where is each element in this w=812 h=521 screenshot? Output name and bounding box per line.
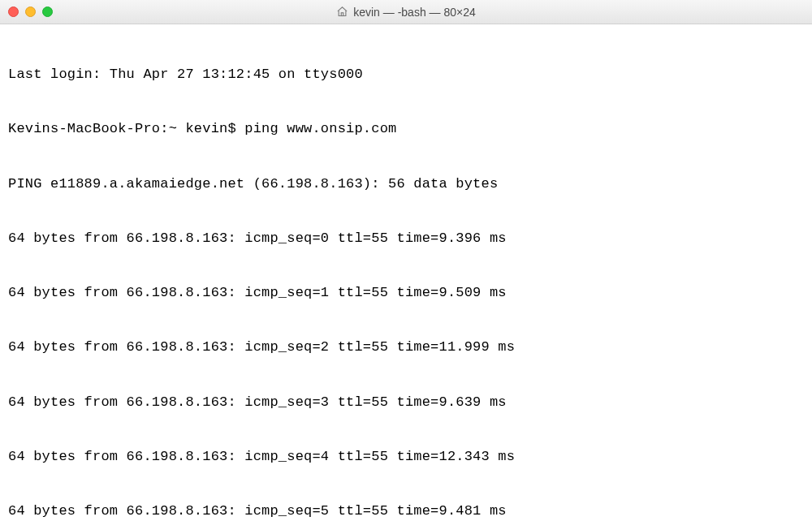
terminal-line: 64 bytes from 66.198.8.163: icmp_seq=4 t… <box>8 448 804 466</box>
window-title: kevin — -bash — 80×24 <box>0 6 812 19</box>
terminal-output[interactable]: Last login: Thu Apr 27 13:12:45 on ttys0… <box>0 24 812 521</box>
traffic-lights <box>8 6 53 17</box>
svg-rect-0 <box>341 13 343 16</box>
terminal-line: Last login: Thu Apr 27 13:12:45 on ttys0… <box>8 66 804 84</box>
window-title-text: kevin — -bash — 80×24 <box>353 6 476 19</box>
terminal-line: 64 bytes from 66.198.8.163: icmp_seq=3 t… <box>8 394 804 411</box>
terminal-line: 64 bytes from 66.198.8.163: icmp_seq=2 t… <box>8 338 804 356</box>
close-button[interactable] <box>8 6 19 17</box>
maximize-button[interactable] <box>42 6 53 17</box>
window-titlebar: kevin — -bash — 80×24 <box>0 0 812 24</box>
terminal-line: 64 bytes from 66.198.8.163: icmp_seq=5 t… <box>8 502 804 520</box>
minimize-button[interactable] <box>25 6 36 17</box>
terminal-line: 64 bytes from 66.198.8.163: icmp_seq=1 t… <box>8 284 804 302</box>
terminal-line: PING e11889.a.akamaiedge.net (66.198.8.1… <box>8 175 804 193</box>
terminal-line: Kevins-MacBook-Pro:~ kevin$ ping www.ons… <box>8 120 804 138</box>
terminal-line: 64 bytes from 66.198.8.163: icmp_seq=0 t… <box>8 230 804 248</box>
home-icon <box>336 6 348 18</box>
